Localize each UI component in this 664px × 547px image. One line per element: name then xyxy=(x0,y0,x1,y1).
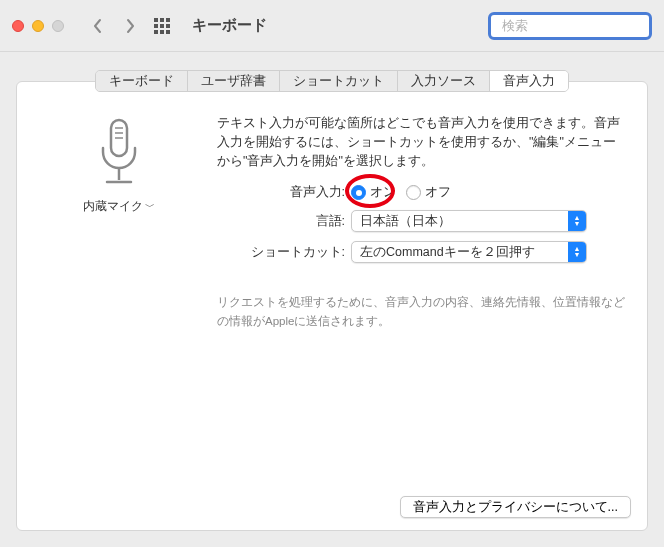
voice-input-label: 音声入力: xyxy=(217,184,351,201)
close-window-button[interactable] xyxy=(12,20,24,32)
privacy-button[interactable]: 音声入力とプライバシーについて... xyxy=(400,496,631,518)
description-text: テキスト入力が可能な箇所はどこでも音声入力を使用できます。音声入力を開始するには… xyxy=(217,114,625,170)
toolbar: キーボード xyxy=(0,0,664,52)
tab-shortcut[interactable]: ショートカット xyxy=(280,71,398,91)
minimize-window-button[interactable] xyxy=(32,20,44,32)
settings-column: テキスト入力が可能な箇所はどこでも音声入力を使用できます。音声入力を開始するには… xyxy=(217,114,625,330)
back-button[interactable] xyxy=(86,14,110,38)
chevron-left-icon xyxy=(92,18,104,34)
radio-icon xyxy=(406,185,421,200)
voice-input-row: 音声入力: オン オフ xyxy=(217,184,625,201)
search-input[interactable] xyxy=(502,18,664,33)
tab-keyboard[interactable]: キーボード xyxy=(96,71,188,91)
content: キーボード ユーザ辞書 ショートカット 入力ソース 音声入力 内蔵マイク xyxy=(0,52,664,547)
voice-input-radio-group: オン オフ xyxy=(351,184,451,201)
shortcut-row: ショートカット: 左のCommandキーを２回押す xyxy=(217,241,625,263)
show-all-prefs-button[interactable] xyxy=(150,14,174,38)
shortcut-value: 左のCommandキーを２回押す xyxy=(360,244,535,261)
panel: 内蔵マイク ﹀ テキスト入力が可能な箇所はどこでも音声入力を使用できます。音声入… xyxy=(16,81,648,531)
voice-input-on-radio[interactable]: オン xyxy=(351,184,396,201)
radio-on-label: オン xyxy=(370,184,396,201)
privacy-note: リクエストを処理するために、音声入力の内容、連絡先情報、位置情報などの情報がAp… xyxy=(217,293,625,330)
microphone-label: 内蔵マイク xyxy=(83,198,143,215)
language-select[interactable]: 日本語（日本） xyxy=(351,210,587,232)
language-label: 言語: xyxy=(217,213,351,230)
shortcut-label: ショートカット: xyxy=(217,244,351,261)
microphone-select[interactable]: 内蔵マイク ﹀ xyxy=(83,198,155,215)
grid-icon xyxy=(154,18,170,34)
chevron-right-icon xyxy=(124,18,136,34)
microphone-section: 内蔵マイク ﹀ xyxy=(39,114,199,330)
tab-voice-input[interactable]: 音声入力 xyxy=(490,71,568,91)
select-caret-icon xyxy=(568,242,586,262)
select-caret-icon xyxy=(568,211,586,231)
tab-bar: キーボード ユーザ辞書 ショートカット 入力ソース 音声入力 xyxy=(95,70,569,92)
chevron-down-icon: ﹀ xyxy=(145,200,155,214)
window-controls xyxy=(12,20,64,32)
shortcut-select[interactable]: 左のCommandキーを２回押す xyxy=(351,241,587,263)
language-value: 日本語（日本） xyxy=(360,213,451,230)
tab-input-source[interactable]: 入力ソース xyxy=(398,71,490,91)
tab-user-dict[interactable]: ユーザ辞書 xyxy=(188,71,280,91)
window-title: キーボード xyxy=(192,16,267,35)
radio-icon xyxy=(351,185,366,200)
microphone-icon xyxy=(89,118,149,190)
forward-button[interactable] xyxy=(118,14,142,38)
radio-off-label: オフ xyxy=(425,184,451,201)
zoom-window-button[interactable] xyxy=(52,20,64,32)
search-field[interactable] xyxy=(488,12,652,40)
language-row: 言語: 日本語（日本） xyxy=(217,210,625,232)
voice-input-off-radio[interactable]: オフ xyxy=(406,184,451,201)
